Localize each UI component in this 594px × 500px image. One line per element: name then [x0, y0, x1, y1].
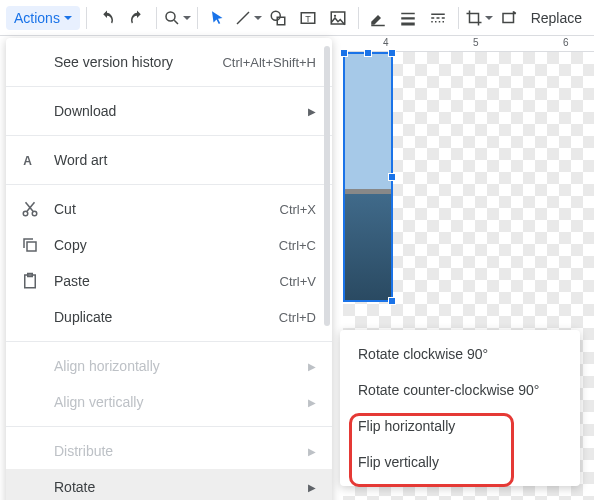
- border-color-button[interactable]: [365, 4, 393, 32]
- word-art-icon: A: [18, 151, 42, 169]
- shape-tool[interactable]: [264, 4, 292, 32]
- svg-rect-21: [503, 13, 514, 22]
- undo-button[interactable]: [93, 4, 121, 32]
- menu-item-distribute: Distribute ▶: [6, 433, 332, 469]
- svg-rect-14: [431, 17, 434, 19]
- svg-point-24: [32, 211, 37, 216]
- svg-rect-15: [437, 17, 440, 19]
- line-tool[interactable]: [234, 4, 262, 32]
- reset-image-button[interactable]: [495, 4, 523, 32]
- copy-icon: [18, 236, 42, 254]
- menu-item-copy[interactable]: Copy Ctrl+C: [6, 227, 332, 263]
- svg-point-3: [271, 11, 280, 20]
- ruler-mark: 6: [563, 37, 569, 48]
- menu-item-cut[interactable]: Cut Ctrl+X: [6, 191, 332, 227]
- ruler-mark: 4: [383, 37, 389, 48]
- submenu-arrow-icon: ▶: [308, 106, 316, 117]
- selected-image[interactable]: [343, 52, 393, 302]
- svg-rect-4: [277, 17, 285, 25]
- separator: [86, 7, 87, 29]
- rotate-submenu: Rotate clockwise 90° Rotate counter-cloc…: [340, 330, 580, 486]
- svg-text:T: T: [305, 13, 311, 23]
- actions-label: Actions: [14, 10, 60, 26]
- separator: [156, 7, 157, 29]
- submenu-item-flip-vertical[interactable]: Flip vertically: [340, 444, 580, 480]
- caret-down-icon: [64, 14, 72, 22]
- svg-rect-13: [431, 13, 445, 15]
- actions-button[interactable]: Actions: [6, 6, 80, 30]
- crop-button[interactable]: [465, 4, 493, 32]
- menu-item-align-vertically: Align vertically ▶: [6, 384, 332, 420]
- separator: [458, 7, 459, 29]
- separator: [358, 7, 359, 29]
- image-tool[interactable]: [324, 4, 352, 32]
- horizontal-ruler: 4 5 6: [343, 36, 594, 52]
- svg-text:A: A: [23, 154, 32, 168]
- actions-menu: See version history Ctrl+Alt+Shift+H Dow…: [6, 38, 332, 500]
- submenu-item-flip-horizontal[interactable]: Flip horizontally: [340, 408, 580, 444]
- menu-item-paste[interactable]: Paste Ctrl+V: [6, 263, 332, 299]
- redo-button[interactable]: [123, 4, 151, 32]
- menu-separator: [6, 184, 332, 185]
- svg-rect-27: [27, 242, 36, 251]
- svg-rect-17: [431, 21, 433, 23]
- svg-line-25: [27, 202, 35, 211]
- replace-button[interactable]: Replace: [525, 10, 588, 26]
- svg-rect-11: [401, 17, 415, 19]
- select-tool[interactable]: [204, 4, 232, 32]
- menu-item-rotate[interactable]: Rotate ▶: [6, 469, 332, 500]
- submenu-arrow-icon: ▶: [308, 397, 316, 408]
- svg-rect-9: [372, 24, 386, 26]
- separator: [197, 7, 198, 29]
- submenu-arrow-icon: ▶: [308, 361, 316, 372]
- resize-handle-ne[interactable]: [388, 49, 396, 57]
- paste-icon: [18, 272, 42, 290]
- svg-point-23: [23, 211, 28, 216]
- svg-rect-12: [401, 22, 415, 25]
- menu-separator: [6, 86, 332, 87]
- menu-separator: [6, 426, 332, 427]
- submenu-arrow-icon: ▶: [308, 446, 316, 457]
- border-weight-button[interactable]: [394, 4, 422, 32]
- submenu-item-rotate-cw[interactable]: Rotate clockwise 90°: [340, 336, 580, 372]
- svg-rect-16: [442, 17, 445, 19]
- border-dash-button[interactable]: [424, 4, 452, 32]
- svg-rect-18: [435, 21, 437, 23]
- menu-item-word-art[interactable]: A Word art: [6, 142, 332, 178]
- menu-item-download[interactable]: Download ▶: [6, 93, 332, 129]
- menu-item-version-history[interactable]: See version history Ctrl+Alt+Shift+H: [6, 44, 332, 80]
- svg-rect-19: [439, 21, 441, 23]
- menu-separator: [6, 341, 332, 342]
- toolbar: Actions T Replace: [0, 0, 594, 36]
- submenu-item-rotate-ccw[interactable]: Rotate counter-clockwise 90°: [340, 372, 580, 408]
- svg-line-26: [26, 202, 34, 211]
- svg-point-8: [334, 14, 336, 16]
- menu-item-align-horizontally: Align horizontally ▶: [6, 348, 332, 384]
- zoom-button[interactable]: [163, 4, 191, 32]
- resize-handle-e[interactable]: [388, 173, 396, 181]
- svg-rect-20: [443, 21, 445, 23]
- submenu-arrow-icon: ▶: [308, 482, 316, 493]
- svg-rect-10: [401, 12, 415, 14]
- svg-line-2: [237, 12, 249, 24]
- textbox-tool[interactable]: T: [294, 4, 322, 32]
- ruler-mark: 5: [473, 37, 479, 48]
- menu-separator: [6, 135, 332, 136]
- svg-point-0: [166, 12, 175, 21]
- scrollbar[interactable]: [324, 46, 330, 326]
- menu-item-duplicate[interactable]: Duplicate Ctrl+D: [6, 299, 332, 335]
- resize-handle-nw[interactable]: [340, 49, 348, 57]
- resize-handle-n[interactable]: [364, 49, 372, 57]
- resize-handle-se[interactable]: [388, 297, 396, 305]
- cut-icon: [18, 200, 42, 218]
- svg-line-1: [175, 20, 179, 24]
